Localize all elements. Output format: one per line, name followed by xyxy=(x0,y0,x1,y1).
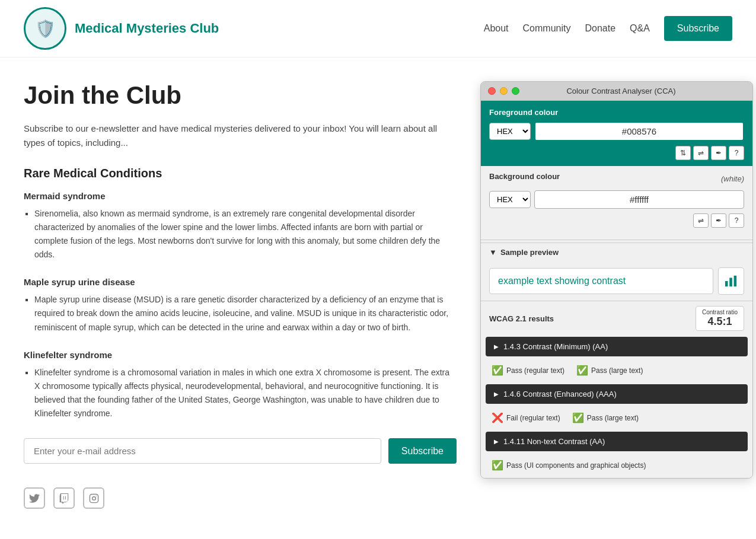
criterion-143-result-0-label: Pass (regular text) xyxy=(506,366,564,375)
nav-link-qa[interactable]: Q&A xyxy=(630,23,650,34)
criterion-143-result-1-label: Pass (large text) xyxy=(591,366,643,375)
background-color-name: (white) xyxy=(721,174,744,183)
criterion-143-arrow: ▶ xyxy=(494,343,499,350)
swap-icon[interactable]: ⇅ xyxy=(675,146,691,160)
chart-view-button[interactable] xyxy=(718,267,744,295)
wcag-title: WCAG 2.1 results xyxy=(489,314,554,323)
background-tools: ⇌ ✒ ? xyxy=(489,213,744,228)
instagram-icon[interactable] xyxy=(83,487,104,509)
collapse-arrow-icon[interactable]: ▼ xyxy=(489,248,497,257)
sample-text-box: example text showing contrast xyxy=(489,268,713,294)
background-format-select[interactable]: HEX xyxy=(489,191,531,208)
left-content: Join the Club Subscribe to our e-newslet… xyxy=(24,81,457,509)
divider-1 xyxy=(481,240,752,240)
criterion-143-results: ✅ Pass (regular text) ✅ Pass (large text… xyxy=(481,360,752,381)
pass-icon-2: ✅ xyxy=(572,412,584,423)
criterion-146[interactable]: ▶ 1.4.6 Contrast (Enhanced) (AAA) xyxy=(486,384,748,404)
contrast-ratio-value: 4.5:1 xyxy=(702,315,738,328)
condition-maple-title: Maple syrup urine disease xyxy=(24,277,457,287)
background-color-row: HEX xyxy=(489,190,744,209)
help-fg-icon[interactable]: ? xyxy=(729,146,744,160)
condition-maple-desc: Maple syrup urine disease (MSUD) is a ra… xyxy=(34,293,457,334)
cca-panel: Colour Contrast Analyser (CCA) Foregroun… xyxy=(480,81,753,479)
twitter-icon[interactable] xyxy=(24,487,45,509)
pass-icon-3: ✅ xyxy=(492,460,503,471)
site-title: Medical Mysteries Club xyxy=(75,21,219,36)
background-label-row: Background colour (white) xyxy=(489,172,744,186)
condition-klinefelter-desc: Klinefelter syndrome is a chromosomal va… xyxy=(34,366,457,420)
nav-subscribe-button[interactable]: Subscribe xyxy=(664,16,732,41)
social-icons xyxy=(24,487,457,509)
criterion-146-result-1: ✅ Pass (large text) xyxy=(572,412,639,423)
criterion-1411-result-0: ✅ Pass (UI components and graphical obje… xyxy=(492,460,646,471)
help-bg-icon[interactable]: ? xyxy=(729,213,744,228)
sample-preview-label: Sample preview xyxy=(500,248,559,257)
subscribe-button[interactable]: Subscribe xyxy=(388,438,457,464)
criterion-1411-result-0-label: Pass (UI components and graphical object… xyxy=(506,461,646,470)
svg-rect-0 xyxy=(90,494,98,502)
main-content: Join the Club Subscribe to our e-newslet… xyxy=(0,58,756,532)
adjust-bg-icon[interactable]: ⇌ xyxy=(693,213,709,228)
svg-point-2 xyxy=(95,495,96,496)
condition-mermaid: Mermaid syndrome Sirenomelia, also known… xyxy=(24,191,457,261)
page-title: Join the Club xyxy=(24,81,457,110)
sample-text: example text showing contrast xyxy=(498,276,626,286)
nav-links: About Community Donate Q&A Subscribe xyxy=(484,16,732,41)
condition-mermaid-title: Mermaid syndrome xyxy=(24,191,457,201)
nav-link-donate[interactable]: Donate xyxy=(585,23,615,34)
twitch-icon[interactable] xyxy=(53,487,75,509)
criterion-146-result-0: ❌ Fail (regular text) xyxy=(492,412,560,423)
condition-klinefelter-title: Klinefelter syndrome xyxy=(24,350,457,360)
conditions-section-title: Rare Medical Conditions xyxy=(24,167,457,180)
foreground-section: Foreground colour HEX ⇅ ⇌ ✒ ? xyxy=(481,101,752,166)
wcag-header: WCAG 2.1 results Contrast ratio 4.5:1 xyxy=(481,301,752,333)
contrast-ratio-box: Contrast ratio 4.5:1 xyxy=(696,306,744,331)
svg-rect-5 xyxy=(734,276,737,286)
background-label: Background colour xyxy=(489,172,560,181)
condition-mermaid-desc: Sirenomelia, also known as mermaid syndr… xyxy=(34,207,457,261)
criterion-143-result-1: ✅ Pass (large text) xyxy=(576,365,643,376)
criterion-146-result-0-label: Fail (regular text) xyxy=(506,414,560,422)
navbar: 🛡️ Medical Mysteries Club About Communit… xyxy=(0,0,756,58)
email-input[interactable] xyxy=(24,438,381,464)
svg-rect-4 xyxy=(729,278,732,287)
svg-rect-3 xyxy=(725,281,728,286)
pass-icon-1: ✅ xyxy=(576,365,588,376)
svg-point-1 xyxy=(92,496,95,500)
foreground-tools: ⇅ ⇌ ✒ ? xyxy=(489,146,744,160)
condition-mermaid-list: Sirenomelia, also known as mermaid syndr… xyxy=(24,207,457,261)
adjust-icon[interactable]: ⇌ xyxy=(693,146,709,160)
cca-title: Colour Contrast Analyser (CCA) xyxy=(497,87,745,95)
condition-maple-list: Maple syrup urine disease (MSUD) is a ra… xyxy=(24,293,457,334)
foreground-hex-input[interactable] xyxy=(534,122,744,141)
sample-preview-header: ▼ Sample preview xyxy=(481,243,752,261)
criterion-146-results: ❌ Fail (regular text) ✅ Pass (large text… xyxy=(481,407,752,428)
criterion-146-result-1-label: Pass (large text) xyxy=(587,414,639,422)
foreground-label: Foreground colour xyxy=(489,108,744,117)
fail-icon-0: ❌ xyxy=(492,412,503,423)
background-hex-input[interactable] xyxy=(534,190,744,209)
condition-maple: Maple syrup urine disease Maple syrup ur… xyxy=(24,277,457,334)
contrast-ratio-label: Contrast ratio xyxy=(702,309,738,315)
condition-klinefelter: Klinefelter syndrome Klinefelter syndrom… xyxy=(24,350,457,420)
logo-icon: 🛡️ xyxy=(24,7,66,50)
criterion-143[interactable]: ▶ 1.4.3 Contrast (Minimum) (AA) xyxy=(486,337,748,356)
foreground-color-row: HEX xyxy=(489,122,744,141)
criterion-1411-arrow: ▶ xyxy=(494,438,499,445)
background-section: Background colour (white) HEX ⇌ ✒ ? xyxy=(481,166,752,237)
eyedropper-fg-icon[interactable]: ✒ xyxy=(711,146,726,160)
sample-preview-body: example text showing contrast xyxy=(481,261,752,301)
criterion-146-arrow: ▶ xyxy=(494,391,499,397)
nav-link-about[interactable]: About xyxy=(484,23,509,34)
eyedropper-bg-icon[interactable]: ✒ xyxy=(711,213,726,228)
criterion-1411[interactable]: ▶ 1.4.11 Non-text Contrast (AA) xyxy=(486,432,748,451)
criterion-143-result-0: ✅ Pass (regular text) xyxy=(492,365,564,376)
criterion-146-label: 1.4.6 Contrast (Enhanced) (AAA) xyxy=(503,390,617,398)
nav-link-community[interactable]: Community xyxy=(523,23,571,34)
foreground-format-select[interactable]: HEX xyxy=(489,123,531,140)
logo-area: 🛡️ Medical Mysteries Club xyxy=(24,7,219,50)
cca-close-dot[interactable] xyxy=(488,87,496,95)
criterion-1411-results: ✅ Pass (UI components and graphical obje… xyxy=(481,455,752,478)
pass-icon-0: ✅ xyxy=(492,365,503,376)
condition-klinefelter-list: Klinefelter syndrome is a chromosomal va… xyxy=(24,366,457,420)
